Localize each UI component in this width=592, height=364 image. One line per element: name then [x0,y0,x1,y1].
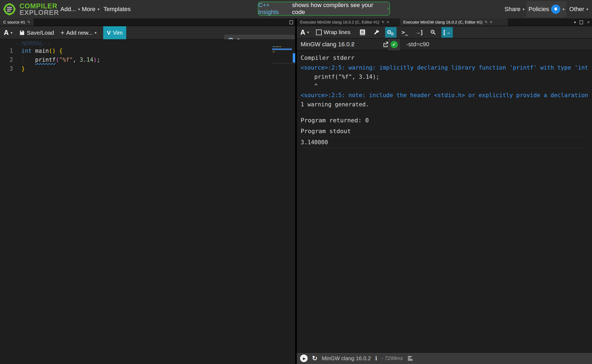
program-returned: Program returned: 0 [301,115,592,126]
executor-output[interactable]: Compiler stderr <source>:2:5: warning: i… [297,51,592,352]
executor-tabbar: Executor MinGW clang 16.0.2 (C, Editor #… [297,18,592,26]
stderr-header: Compiler stderr [301,53,592,63]
timing-chart-icon[interactable] [407,356,413,361]
compiler-output-button[interactable] [427,27,439,38]
close-pane-icon[interactable]: × [587,19,590,25]
overview-ruler-marker[interactable] [293,53,295,63]
code-text: int main() { [21,48,63,54]
top-nav: COMPILER EXPLORER Add... ▾ More ▾ Templa… [0,0,592,18]
tab-executor-2[interactable]: Executor MinGW clang 16.0.2 (C, Editor #… [400,18,508,26]
gears-icon: ⚙⚙ [386,29,395,35]
chevron-down-icon: ▾ [523,7,525,11]
vim-logo-icon: V [107,29,111,36]
motd-banner: C++ Insights shows how compilers see you… [258,2,390,16]
source-editor-pane: C source #1 ✎ A ▾ Save/Load + Add new... [0,18,295,364]
close-tab-icon[interactable]: × [490,20,492,25]
minimap[interactable] [272,41,292,70]
add-new-button[interactable]: + Add new... ▾ [61,29,97,37]
menu-other[interactable]: Other ▾ [569,0,588,18]
banner-close-icon[interactable]: × [387,6,389,11]
stderr-link-line[interactable]: <source>:2:5: note: include the header <… [301,91,592,100]
vim-mode-status: --NORMAL-- [15,40,51,47]
code-text: printf("%f", 3.14); [21,57,100,63]
line-number: 3 [0,65,13,72]
banner-message: shows how compilers see your code [292,2,383,16]
stderr-text-line: 1 warning generated. [301,100,592,109]
minimap-line3 [273,51,275,52]
menu-more[interactable]: More ▾ [82,0,99,18]
stdout-header: Program stdout [301,126,592,137]
notification-bell-badge [551,5,560,14]
chevron-down-icon: ▾ [97,7,99,11]
monaco-editor[interactable]: --NORMAL-- 1int main() {2 printf("%f", 3… [0,39,295,364]
stdout-value: 3.140000 [301,137,588,148]
close-tab-icon[interactable]: × [387,20,389,25]
minimap-info-marker [272,48,292,50]
rename-pencil-icon[interactable]: ✎ [27,20,30,24]
chevron-down-icon: ▾ [351,42,353,47]
chevron-down-icon: ▾ [586,7,588,11]
maximize-pane-icon[interactable] [290,20,293,24]
code-lines[interactable]: 1int main() {2 printf("%f", 3.14);3} [0,46,269,73]
libraries-button[interactable] [357,27,368,38]
font-size-button[interactable]: A ▾ [300,28,309,36]
compiler-select[interactable]: MinGW clang 16.0.2 [301,41,354,48]
sign-out-arrow-icon: [→ [444,29,451,35]
refresh-icon[interactable]: ↻ [312,355,317,362]
terminal-icon: >_ [402,29,408,35]
chevron-down-icon: ▾ [307,30,309,34]
menu-templates[interactable]: Templates [103,0,131,18]
menu-share[interactable]: Share ▾ [505,0,525,18]
line-number: 1 [0,48,13,54]
magnifier-icon [430,29,436,35]
plus-icon: + [61,29,64,37]
rename-pencil-icon[interactable]: ✎ [485,20,488,24]
stderr-link-line[interactable]: <source>:2:5: warning: implicitly declar… [301,63,592,72]
info-icon[interactable]: i [375,355,377,362]
font-size-button[interactable]: A ▾ [4,29,12,37]
execution-output-button[interactable]: [→ [441,27,453,38]
arguments-button[interactable]: ⚙⚙ [385,27,396,38]
menu-templates-label: Templates [103,6,131,13]
chevron-down-icon: ▾ [11,31,12,35]
logo-line1: COMPILER [19,3,59,9]
statusbar-compiler-name: MinGW clang 16.0.2 [322,355,371,362]
code-line[interactable]: 2 printf("%f", 3.14); [0,55,269,64]
bell-icon [553,7,558,12]
menu-policies-label: Policies [529,6,549,13]
compiler-explorer-logo[interactable]: COMPILER EXPLORER [2,2,59,17]
overrides-button[interactable] [371,27,382,38]
maximize-pane-icon[interactable] [580,20,583,24]
sign-in-arrow-icon: →] [415,29,423,35]
terminal-button[interactable]: >_ [399,27,411,38]
tab-title: Executor MinGW clang 16.0.2 (C, Editor #… [403,20,483,24]
tab-executor-1[interactable]: Executor MinGW clang 16.0.2 (C, Editor #… [297,18,400,26]
stdin-button[interactable]: →] [413,27,425,38]
executor-statusbar: ▶ ↻ MinGW clang 16.0.2 i - 7299ms [297,352,592,364]
minimize-pane-icon[interactable]: ▾ [574,20,576,24]
compiler-row: MinGW clang 16.0.2 ▾ ✓ -std=c90 [297,39,592,50]
code-line[interactable]: 1int main() { [0,46,269,55]
font-size-label: A [300,28,305,36]
vim-toggle-button[interactable]: V Vim [103,26,126,39]
rename-pencil-icon[interactable]: ✎ [382,20,385,24]
menu-add[interactable]: Add... ▾ [60,0,80,18]
menu-other-label: Other [569,6,584,13]
editor-tabbar: C source #1 ✎ [0,18,295,26]
tab-title: Executor MinGW clang 16.0.2 (C, Editor #… [300,20,379,24]
menu-policies[interactable]: Policies ▾ [526,1,567,17]
chevron-down-icon: ▾ [562,7,564,11]
output-gap [301,109,592,115]
wrap-lines-checkbox[interactable] [316,29,322,35]
run-button[interactable]: ▶ [300,355,308,362]
add-new-label: Add new... [66,29,93,36]
compiler-options-input[interactable]: -std=c90 [406,41,429,48]
menu-add-label: Add... [60,6,76,13]
save-load-button[interactable]: Save/Load [19,29,54,36]
wrap-lines-toggle[interactable]: Wrap lines [316,29,350,35]
banner-link[interactable]: C++ Insights [258,2,290,16]
code-line[interactable]: 3} [0,64,269,73]
tab-c-source-1[interactable]: C source #1 ✎ [0,18,34,26]
minimap-slider-edge [272,63,295,63]
executor-window-controls: ▾ × [574,18,590,26]
